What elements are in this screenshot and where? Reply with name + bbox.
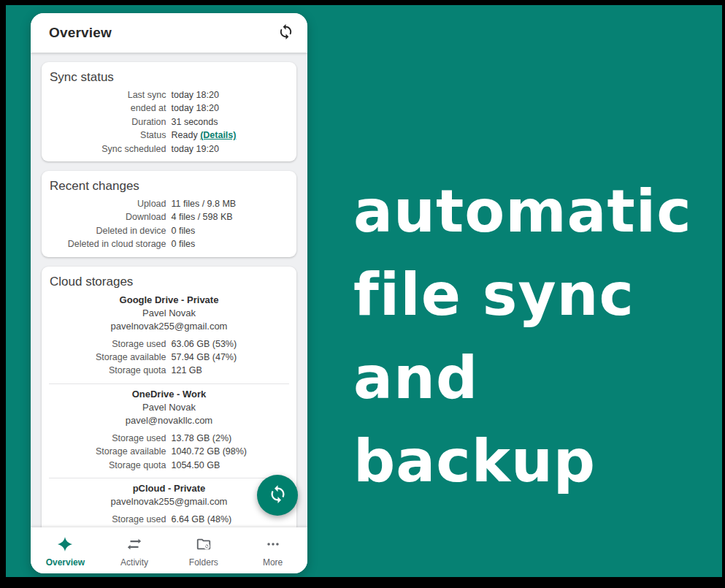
storage-account: Google Drive - Private Pavel Novak pavel… xyxy=(49,293,289,378)
storage-row: Storage used 6.64 GB (48%) xyxy=(49,513,289,526)
sync-circular-arrows-icon xyxy=(268,484,288,506)
storage-account: OneDrive - Work Pavel Novak pavel@novakl… xyxy=(49,387,289,472)
row-label: Last sync xyxy=(49,88,169,102)
divider xyxy=(49,478,289,478)
row-value: 57.94 GB (47%) xyxy=(169,351,290,364)
account-owner: Pavel Novak xyxy=(49,307,289,321)
row-label: Storage available xyxy=(49,351,169,364)
recent-changes-card: Recent changes Upload 11 files / 9.8 MB … xyxy=(42,171,296,257)
teal-background: Overview Sync status Last sync today 18:… xyxy=(6,5,722,577)
row-value: Ready (Details) xyxy=(169,129,290,142)
storage-row: Storage used 13.78 GB (2%) xyxy=(49,432,289,445)
row-label: Deleted in device xyxy=(49,224,169,237)
storage-row: Storage available 57.94 GB (47%) xyxy=(49,351,289,364)
row-value: 121 GB xyxy=(169,364,290,377)
change-row: Upload 11 files / 9.8 MB xyxy=(49,197,289,210)
tagline-line: and backup xyxy=(353,337,722,503)
row-value: 1040.72 GB (98%) xyxy=(169,445,290,458)
row-value: 0 files xyxy=(169,237,290,251)
sync-fab-button[interactable] xyxy=(257,475,298,516)
row-label: Sync scheduled xyxy=(49,142,169,156)
nav-label: Activity xyxy=(120,557,148,568)
tagline-line: automatic xyxy=(353,170,722,253)
card-title: Sync status xyxy=(50,70,289,84)
row-label: Storage used xyxy=(49,337,169,351)
tagline-line: file sync xyxy=(353,253,722,337)
details-link[interactable]: (Details) xyxy=(200,130,236,140)
row-value: 1054.50 GB xyxy=(169,459,290,472)
more-dots-icon xyxy=(265,536,281,554)
nav-label: Overview xyxy=(46,557,85,568)
row-label: Deleted in cloud storage xyxy=(49,237,169,251)
app-bar: Overview xyxy=(31,13,307,53)
row-value: 11 files / 9.8 MB xyxy=(169,197,290,210)
status-row: Duration 31 seconds xyxy=(49,115,289,129)
row-label: Storage used xyxy=(49,513,169,526)
row-value: 63.06 GB (53%) xyxy=(169,337,290,351)
scroll-content[interactable]: Sync status Last sync today 18:20 ended … xyxy=(31,53,307,527)
sparkle-star-icon xyxy=(57,536,73,554)
account-email: pavel@novakllc.com xyxy=(49,414,289,428)
status-value: Ready xyxy=(172,130,198,140)
storage-row: Storage used 63.06 GB (53%) xyxy=(49,337,289,351)
divider xyxy=(49,383,289,384)
account-name: pCloud - Private xyxy=(49,481,289,495)
row-value: today 18:20 xyxy=(169,88,290,102)
nav-tab-more[interactable]: More xyxy=(238,527,307,573)
row-label: Storage quota xyxy=(49,364,169,377)
change-row: Download 4 files / 598 KB xyxy=(49,210,289,224)
row-label: Status xyxy=(49,129,169,142)
row-label: Download xyxy=(49,210,169,224)
promo-tagline: automatic file sync and backup xyxy=(353,170,722,503)
row-value: today 19:20 xyxy=(169,142,290,156)
storage-row: Storage available 1040.72 GB (98%) xyxy=(49,445,289,458)
change-row: Deleted in cloud storage 0 files xyxy=(49,237,289,251)
storage-row: Storage quota 121 GB xyxy=(49,364,289,377)
row-value: today 18:20 xyxy=(169,102,290,115)
account-name: OneDrive - Work xyxy=(49,387,289,401)
page-title: Overview xyxy=(49,25,275,41)
account-owner: Pavel Novak xyxy=(49,401,289,415)
nav-label: Folders xyxy=(189,557,218,568)
nav-tab-overview[interactable]: Overview xyxy=(31,527,100,573)
nav-label: More xyxy=(263,557,283,568)
account-email: pavelnovak255@gmail.com xyxy=(49,495,289,509)
app-screenshot-frame: Overview Sync status Last sync today 18:… xyxy=(31,13,307,573)
status-row: Sync scheduled today 19:20 xyxy=(49,142,289,156)
row-label: Storage quota xyxy=(49,459,169,472)
swap-arrows-icon xyxy=(126,536,142,554)
sync-circular-arrows-icon xyxy=(277,23,294,42)
row-label: Duration xyxy=(49,115,169,129)
storage-account: pCloud - Private pavelnovak255@gmail.com… xyxy=(49,481,289,527)
row-value: 13.78 GB (2%) xyxy=(169,432,290,445)
row-label: ended at xyxy=(49,102,169,115)
status-row: Status Ready (Details) xyxy=(49,129,289,142)
sync-now-button[interactable] xyxy=(275,22,296,44)
storage-row: Storage quota 1054.50 GB xyxy=(49,459,289,472)
row-value: 31 seconds xyxy=(169,115,290,129)
change-row: Deleted in device 0 files xyxy=(49,224,289,237)
row-value: 4 files / 598 KB xyxy=(169,210,290,224)
card-title: Recent changes xyxy=(50,179,289,193)
sync-status-card: Sync status Last sync today 18:20 ended … xyxy=(42,62,296,161)
account-name: Google Drive - Private xyxy=(49,293,289,307)
row-label: Upload xyxy=(49,197,169,210)
row-label: Storage available xyxy=(49,445,169,458)
account-email: pavelnovak255@gmail.com xyxy=(49,320,289,334)
row-label: Storage used xyxy=(49,432,169,445)
promo-canvas: Overview Sync status Last sync today 18:… xyxy=(0,0,725,588)
card-title: Cloud storages xyxy=(50,275,289,289)
nav-tab-folders[interactable]: Folders xyxy=(169,527,239,573)
bottom-navigation: Overview Activity xyxy=(31,527,307,573)
status-row: Last sync today 18:20 xyxy=(49,88,289,102)
row-value: 0 files xyxy=(169,224,290,237)
nav-tab-activity[interactable]: Activity xyxy=(100,527,169,573)
folder-sync-icon xyxy=(196,536,212,554)
status-row: ended at today 18:20 xyxy=(49,102,289,115)
